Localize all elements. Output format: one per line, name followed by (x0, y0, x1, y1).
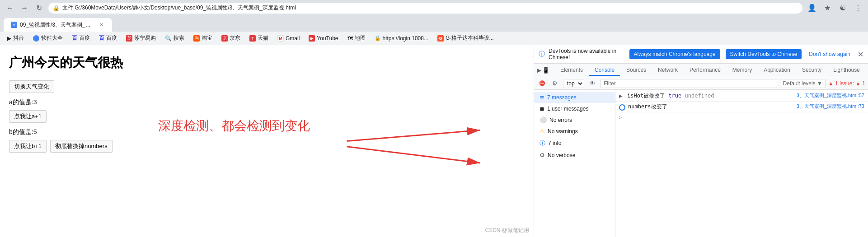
switch-weather-button[interactable]: 切换天气变化 (9, 80, 54, 93)
tab-application[interactable]: Application (758, 65, 796, 76)
sidebar-item-user-messages[interactable]: ≣ 1 user messages (534, 103, 615, 114)
bookmark-login[interactable]: 🔒 https://login.1008... (371, 34, 432, 43)
bookmark-maps[interactable]: 🗺 地图 (344, 33, 369, 43)
bookmark-label: Gmail (286, 35, 300, 42)
bookmark-tianyi[interactable]: T 天猫 (246, 33, 272, 43)
bookmark-youtube[interactable]: ▶ YouTube (305, 34, 342, 43)
tianyi-icon: T (249, 35, 256, 42)
devtools-inspect-icon[interactable]: ▶ (537, 65, 541, 76)
default-levels-button[interactable]: Default levels ▼ (780, 79, 826, 88)
csdn-icon: G (437, 35, 444, 42)
tab-more[interactable]: » (866, 65, 868, 76)
sidebar-item-errors[interactable]: ⚪ No errors (534, 114, 615, 125)
switch-to-chinese-button[interactable]: Switch DevTools to Chinese (726, 49, 802, 59)
a-value-label: a的值是:3 (9, 98, 525, 107)
main-area: 广州今天的天气很热 切换天气变化 a的值是:3 点我让a+1 b的值是:5 点我… (0, 45, 868, 237)
menu-icon[interactable]: ⋮ (852, 2, 864, 14)
sidebar-item-verbose[interactable]: ⚙ No verbose (534, 149, 615, 161)
extensions-icon[interactable]: ☯ (836, 2, 849, 14)
devtools-device-icon[interactable]: 📱 (542, 65, 549, 76)
notification-close-button[interactable]: ✕ (858, 50, 863, 59)
bookmark-search[interactable]: 🔍 搜索 (161, 33, 188, 43)
nav-buttons: ← → ↻ (4, 2, 45, 14)
match-language-button[interactable]: Always match Chrome's language (629, 49, 720, 59)
bookmark-gmail[interactable]: M Gmail (274, 34, 303, 43)
bookmark-suning[interactable]: 苏 苏宁易购 (122, 33, 160, 43)
bookmark-label: 苏宁易购 (134, 34, 156, 42)
bookmark-software[interactable]: 软件大全 (29, 33, 66, 43)
reload-button[interactable]: ↻ (33, 2, 45, 14)
dont-show-again-link[interactable]: Don't show again (809, 51, 850, 57)
notification-info-icon: ⓘ (539, 50, 545, 58)
tab-favicon: V (11, 22, 17, 28)
log-entry-numbers: numbers改变了 3、天气案例_深度监视.html:73 (615, 102, 868, 112)
taobao-icon: 淘 (193, 35, 200, 42)
console-filter-input[interactable] (601, 79, 777, 88)
tab-console[interactable]: Console (589, 65, 620, 76)
tab-network[interactable]: Network (652, 65, 683, 76)
bookmark-label: 地图 (355, 34, 366, 42)
profile-icon[interactable]: 👤 (806, 2, 818, 14)
software-icon (33, 35, 39, 42)
expand-arrow-icon[interactable]: ▶ (619, 93, 624, 98)
log-link-numbers[interactable]: 3、天气案例_深度监视.html:73 (797, 103, 864, 110)
messages-list-icon: ≣ (540, 94, 544, 101)
tab-memory[interactable]: Memory (727, 65, 757, 76)
address-bar[interactable]: 🔒 文件 G:/360MoveData/Users/静小文/Desktop/vu… (48, 2, 803, 14)
bookmark-taobao[interactable]: 淘 淘宝 (190, 33, 216, 43)
tab-sources[interactable]: Sources (621, 65, 652, 76)
replace-numbers-button[interactable]: 彻底替换掉numbers (50, 140, 113, 153)
tab-elements[interactable]: Elements (555, 65, 588, 76)
bookmark-star-icon[interactable]: ★ (821, 2, 834, 14)
page-content: 广州今天的天气很热 切换天气变化 a的值是:3 点我让a+1 b的值是:5 点我… (0, 45, 534, 237)
forward-button[interactable]: → (18, 2, 31, 14)
console-log: ▶ isHot被修改了 true undefined 3、天气案例_深度监视.h… (615, 90, 868, 237)
bookmark-jd[interactable]: 京 京东 (218, 33, 244, 43)
tab-close-button[interactable]: ✕ (98, 21, 105, 28)
youtube-icon: ▶ (309, 35, 315, 42)
tab-security[interactable]: Security (797, 65, 827, 76)
bookmark-tiktok[interactable]: ▶ 抖音 (4, 33, 28, 43)
increment-a-button[interactable]: 点我让a+1 (9, 110, 47, 123)
baidu-icon: 百 (72, 34, 77, 42)
bookmark-label: 抖音 (13, 34, 24, 42)
expand-icon[interactable]: > (619, 115, 622, 120)
info-icon: ⓘ (540, 139, 545, 147)
back-button[interactable]: ← (4, 2, 16, 14)
eye-show-icon[interactable]: 👁 (587, 78, 598, 89)
devtools-tabs: ▶ 📱 Elements Console Sources Network Per… (534, 64, 868, 77)
log-link-ishothot[interactable]: 3、天气案例_深度监视.html:57 (797, 92, 864, 99)
search-icon: 🔍 (165, 35, 172, 42)
increment-b-button[interactable]: 点我让b+1 (9, 140, 47, 153)
bookmark-baidu2[interactable]: 百 百度 (95, 33, 121, 43)
bookmark-label: 淘宝 (202, 34, 212, 42)
log-circle-icon (619, 104, 625, 111)
tab-lighthouse[interactable]: Lighthouse (828, 65, 865, 76)
watermark: CSDN @做笔记用 (485, 227, 529, 234)
bookmark-baidu1[interactable]: 百 百度 (68, 33, 94, 43)
context-selector[interactable]: top (563, 79, 584, 88)
active-tab[interactable]: V 09_监视属性/3、天气案例_深度监视.html ✕ (4, 18, 112, 32)
bookmark-label: 搜索 (174, 34, 184, 42)
console-clear-icon[interactable]: ⛔ (537, 78, 548, 89)
lock-icon: 🔒 (53, 5, 60, 11)
sidebar-item-all-messages[interactable]: ≣ 7 messages (534, 92, 615, 103)
maps-icon: 🗺 (347, 35, 353, 42)
log-entry-expand: > (615, 112, 868, 122)
tiktok-icon: ▶ (7, 35, 11, 42)
browser-frame: ← → ↻ 🔒 文件 G:/360MoveData/Users/静小文/Desk… (0, 0, 868, 237)
jd-icon: 京 (221, 35, 228, 42)
console-settings-icon[interactable]: ⚙ (549, 78, 560, 89)
bookmarks-bar: ▶ 抖音 软件大全 百 百度 百 百度 苏 苏宁易购 🔍 搜索 淘 淘宝 京 (0, 32, 868, 45)
console-content: ≣ 7 messages ≣ 1 user messages ⚪ No erro… (534, 90, 868, 237)
bookmark-csdn[interactable]: G G·格子达本科毕设... (434, 33, 497, 43)
deep-detect-text: 深度检测、都会检测到变化 (158, 117, 310, 135)
warnings-icon: ⚠ (540, 128, 545, 135)
sidebar-item-info[interactable]: ⓘ 7 info (534, 137, 615, 149)
sidebar-item-warnings[interactable]: ⚠ No warnings (534, 125, 615, 137)
tab-title: 09_监视属性/3、天气案例_深度监视.html (20, 21, 95, 29)
baidu2-icon: 百 (99, 34, 104, 42)
bookmark-label: 天猫 (258, 34, 268, 42)
sidebar-item-label: No warnings (548, 128, 578, 135)
tab-performance[interactable]: Performance (684, 65, 726, 76)
